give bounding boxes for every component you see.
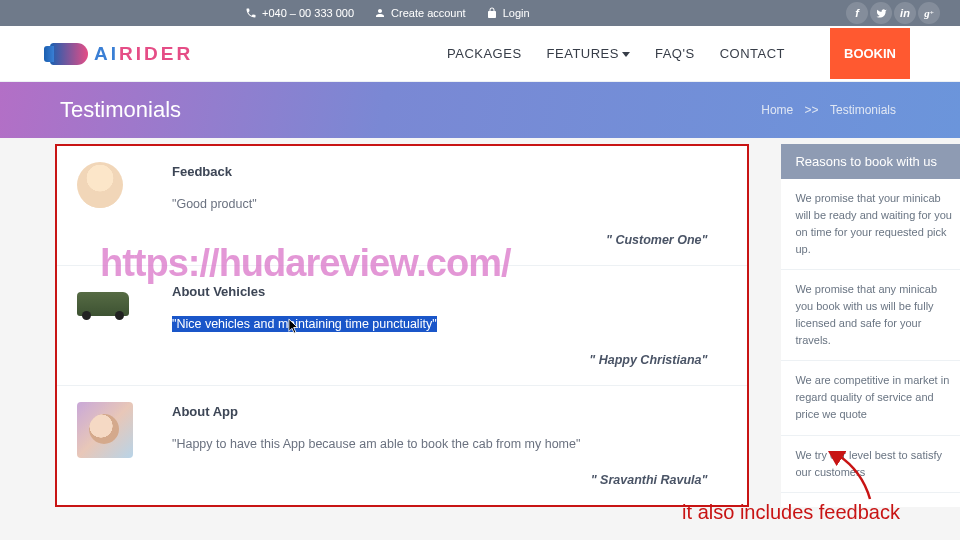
nav-links: PACKAGES FEATURES FAQ'S CONTACT BOOKIN [447, 28, 910, 79]
topbar-left: +040 – 00 333 000 Create account Login [245, 7, 530, 19]
reason-item: We promise that any minicab you book wit… [781, 270, 960, 361]
annotation-text: it also includes feedback [682, 501, 900, 524]
lock-icon [486, 7, 498, 19]
highlighted-text: "Nice vehicles and maintaining time punc… [172, 316, 437, 332]
breadcrumb-sep: >> [805, 103, 819, 117]
login-text: Login [503, 7, 530, 19]
user-icon [374, 7, 386, 19]
testimonial-author: " Customer One" [172, 233, 717, 247]
top-bar: +040 – 00 333 000 Create account Login f… [0, 0, 960, 26]
avatar-car-icon [77, 292, 129, 316]
arrow-icon [820, 451, 900, 501]
nav-contact[interactable]: CONTACT [720, 46, 785, 61]
create-account-text: Create account [391, 7, 466, 19]
testimonial-title: Feedback [172, 164, 717, 179]
twitter-icon[interactable] [870, 2, 892, 24]
nav-features[interactable]: FEATURES [547, 46, 630, 61]
breadcrumb: Home >> Testimonials [757, 103, 900, 117]
page-title: Testimonials [60, 97, 181, 123]
chevron-down-icon [622, 52, 630, 57]
main-nav: AI RIDER PACKAGES FEATURES FAQ'S CONTACT… [0, 26, 960, 82]
avatar-col [57, 266, 172, 385]
linkedin-icon[interactable]: in [894, 2, 916, 24]
testimonial-text: "Nice vehicles and maintaining time punc… [172, 317, 717, 331]
social-icons: f in g+ [846, 2, 940, 24]
reason-item: We are competitive in market in regard q… [781, 361, 960, 435]
testimonial-title: About Vehicles [172, 284, 717, 299]
facebook-icon[interactable]: f [846, 2, 868, 24]
phone-item[interactable]: +040 – 00 333 000 [245, 7, 354, 19]
testimonial-body: Feedback "Good product" " Customer One" [172, 146, 747, 265]
logo-icon [50, 43, 88, 65]
testimonial-card: Feedback "Good product" " Customer One" [57, 146, 747, 266]
avatar-col [57, 146, 172, 265]
logo-ai: AI [94, 43, 119, 65]
nav-faqs[interactable]: FAQ'S [655, 46, 695, 61]
booking-button[interactable]: BOOKIN [830, 28, 910, 79]
login-link[interactable]: Login [486, 7, 530, 19]
testimonial-card: About App "Happy to have this App becaus… [57, 386, 747, 505]
annotation-overlay: it also includes feedback [682, 451, 900, 524]
testimonial-body: About App "Happy to have this App becaus… [172, 386, 747, 505]
breadcrumb-home[interactable]: Home [761, 103, 793, 117]
avatar-col [57, 386, 172, 505]
phone-icon [245, 7, 257, 19]
logo-text: AI RIDER [94, 43, 193, 65]
nav-packages[interactable]: PACKAGES [447, 46, 522, 61]
testimonial-author: " Happy Christiana" [172, 353, 717, 367]
testimonial-text: "Good product" [172, 197, 717, 211]
reason-item: We promise that your minicab will be rea… [781, 179, 960, 270]
testimonials-container: Feedback "Good product" " Customer One" … [55, 144, 749, 507]
testimonial-body: About Vehicles "Nice vehicles and mainta… [172, 266, 747, 385]
testimonial-text: "Happy to have this App because am able … [172, 437, 717, 451]
breadcrumb-current: Testimonials [830, 103, 896, 117]
logo[interactable]: AI RIDER [50, 43, 193, 65]
logo-rider: RIDER [119, 43, 193, 65]
google-plus-icon[interactable]: g+ [918, 2, 940, 24]
avatar [77, 402, 133, 458]
testimonial-title: About App [172, 404, 717, 419]
testimonial-author: " Sravanthi Ravula" [172, 473, 717, 487]
sidebar-title: Reasons to book with us [781, 144, 960, 179]
page-header: Testimonials Home >> Testimonials [0, 82, 960, 138]
testimonial-card: About Vehicles "Nice vehicles and mainta… [57, 266, 747, 386]
phone-text: +040 – 00 333 000 [262, 7, 354, 19]
create-account-link[interactable]: Create account [374, 7, 466, 19]
avatar [77, 162, 123, 208]
